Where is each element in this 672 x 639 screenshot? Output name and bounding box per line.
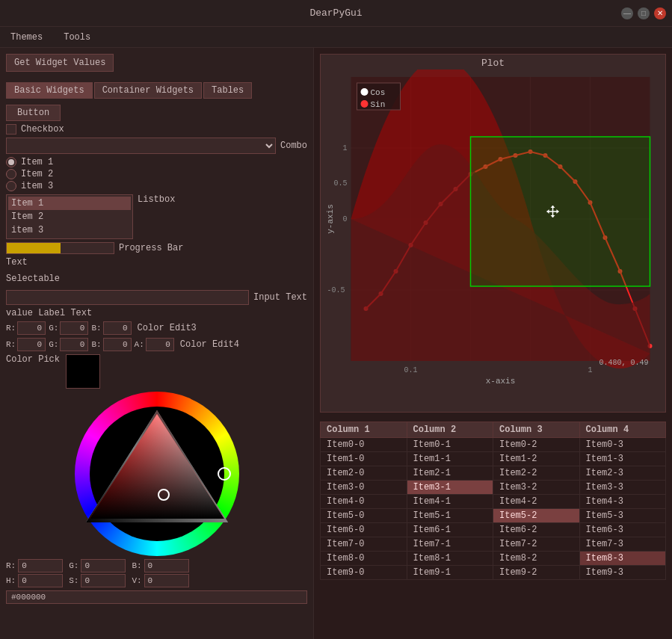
get-widget-values-button[interactable]: Get Widget Values (6, 54, 114, 72)
table-cell-7-0[interactable]: Item7-0 (321, 537, 407, 552)
table-cell-3-2[interactable]: Item3-2 (493, 481, 580, 495)
table-row[interactable]: Item1-0Item1-1Item1-2Item1-3 (321, 452, 666, 466)
menu-themes[interactable]: Themes (6, 31, 47, 44)
button-widget[interactable]: Button (6, 105, 61, 121)
table-cell-8-0[interactable]: Item8-0 (321, 552, 407, 566)
rgb-g-input[interactable] (81, 559, 126, 572)
color-pick-row: Color Pick (6, 354, 307, 389)
listbox-item-2[interactable]: Item 2 (8, 210, 131, 223)
col-header-2[interactable]: Column 2 (407, 422, 493, 438)
table-cell-6-2[interactable]: Item6-2 (493, 523, 580, 537)
table-row[interactable]: Item0-0Item0-1Item0-2Item0-3 (321, 438, 666, 452)
table-cell-3-0[interactable]: Item3-0 (321, 481, 407, 495)
table-cell-7-2[interactable]: Item7-2 (493, 537, 580, 552)
table-cell-2-1[interactable]: Item2-1 (407, 466, 493, 481)
table-cell-3-3[interactable]: Item3-3 (579, 481, 666, 495)
color-edit4-a[interactable] (146, 338, 174, 351)
table-row[interactable]: Item7-0Item7-1Item7-2Item7-3 (321, 537, 666, 552)
table-cell-1-1[interactable]: Item1-1 (407, 452, 493, 466)
table-row[interactable]: Item3-0Item3-1Item3-2Item3-3 (321, 481, 666, 495)
hsv-h-input[interactable] (18, 574, 63, 587)
table-cell-1-0[interactable]: Item1-0 (321, 452, 407, 466)
table-cell-5-3[interactable]: Item5-3 (579, 509, 666, 523)
radio-circle-2[interactable] (6, 169, 16, 179)
table-cell-5-2[interactable]: Item5-2 (493, 509, 580, 523)
hex-input[interactable] (6, 590, 307, 604)
table-cell-8-3[interactable]: Item8-3 (579, 552, 666, 566)
table-cell-0-2[interactable]: Item0-2 (493, 438, 580, 452)
color-edit3-g[interactable] (60, 321, 88, 335)
table-row[interactable]: Item9-0Item9-1Item9-2Item9-3 (321, 566, 666, 580)
table-cell-2-3[interactable]: Item2-3 (579, 466, 666, 481)
rgb-b-input[interactable] (144, 559, 189, 572)
plot-svg[interactable]: x-axis y-axis 1 0 -0.5 0.5 0.1 1 0.480, … (321, 70, 665, 398)
input-text-field[interactable] (6, 290, 249, 305)
radio-circle-3[interactable] (6, 181, 16, 191)
radio-item-2[interactable]: Item 2 (6, 169, 307, 179)
table-cell-4-3[interactable]: Item4-3 (579, 495, 666, 509)
table-cell-1-2[interactable]: Item1-2 (493, 452, 580, 466)
combo-select[interactable] (6, 138, 276, 154)
table-cell-7-3[interactable]: Item7-3 (579, 537, 666, 552)
checkbox-widget[interactable]: Checkbox (6, 124, 307, 135)
maximize-button[interactable]: □ (638, 7, 650, 19)
table-cell-4-2[interactable]: Item4-2 (493, 495, 580, 509)
listbox-item-3[interactable]: item 3 (8, 223, 131, 237)
listbox[interactable]: Item 1 Item 2 item 3 (6, 194, 133, 239)
color-edit3-b[interactable] (103, 321, 132, 335)
table-cell-6-1[interactable]: Item6-1 (407, 523, 493, 537)
table-row[interactable]: Item6-0Item6-1Item6-2Item6-3 (321, 523, 666, 537)
color-edit4-r[interactable] (17, 338, 46, 351)
svg-text:0.480, 0.49: 0.480, 0.49 (599, 359, 648, 367)
table-cell-0-0[interactable]: Item0-0 (321, 438, 407, 452)
close-button[interactable]: ✕ (654, 7, 666, 19)
minimize-button[interactable]: — (621, 7, 633, 19)
table-cell-5-1[interactable]: Item5-1 (407, 509, 493, 523)
menu-tools[interactable]: Tools (59, 31, 95, 44)
table-cell-9-3[interactable]: Item9-3 (579, 566, 666, 580)
table-cell-9-1[interactable]: Item9-1 (407, 566, 493, 580)
table-cell-8-1[interactable]: Item8-1 (407, 552, 493, 566)
table-cell-1-3[interactable]: Item1-3 (579, 452, 666, 466)
tab-tables[interactable]: Tables (203, 82, 252, 99)
hsv-v-input[interactable] (144, 574, 189, 587)
table-cell-2-2[interactable]: Item2-2 (493, 466, 580, 481)
selectable-label[interactable]: Selectable (6, 274, 60, 284)
col-header-1[interactable]: Column 1 (321, 422, 407, 438)
color-edit4-b[interactable] (103, 338, 132, 351)
table-cell-4-1[interactable]: Item4-1 (407, 495, 493, 509)
table-cell-6-3[interactable]: Item6-3 (579, 523, 666, 537)
table-cell-7-1[interactable]: Item7-1 (407, 537, 493, 552)
table-cell-5-0[interactable]: Item5-0 (321, 509, 407, 523)
radio-item-1[interactable]: Item 1 (6, 157, 307, 167)
radio-circle-1[interactable] (6, 157, 16, 167)
table-cell-2-0[interactable]: Item2-0 (321, 466, 407, 481)
table-cell-4-0[interactable]: Item4-0 (321, 495, 407, 509)
table-cell-0-1[interactable]: Item0-1 (407, 438, 493, 452)
color-edit4-g[interactable] (60, 338, 88, 351)
tab-container-widgets[interactable]: Container Widgets (94, 82, 202, 99)
rgb-r-input[interactable] (18, 559, 63, 572)
table-row[interactable]: Item5-0Item5-1Item5-2Item5-3 (321, 509, 666, 523)
radio-item-3[interactable]: item 3 (6, 181, 307, 191)
table-cell-9-0[interactable]: Item9-0 (321, 566, 407, 580)
table-row[interactable]: Item8-0Item8-1Item8-2Item8-3 (321, 552, 666, 566)
table-cell-0-3[interactable]: Item0-3 (579, 438, 666, 452)
table-cell-6-0[interactable]: Item6-0 (321, 523, 407, 537)
table-cell-9-2[interactable]: Item9-2 (493, 566, 580, 580)
table-row[interactable]: Item2-0Item2-1Item2-2Item2-3 (321, 466, 666, 481)
col-header-3[interactable]: Column 3 (493, 422, 580, 438)
color-wheel-container[interactable] (52, 392, 262, 556)
table-cell-3-1[interactable]: Item3-1 (407, 481, 493, 495)
tab-basic-widgets[interactable]: Basic Widgets (6, 82, 93, 99)
hsv-s-input[interactable] (81, 574, 126, 587)
table-cell-8-2[interactable]: Item8-2 (493, 552, 580, 566)
listbox-item-1[interactable]: Item 1 (8, 197, 131, 210)
col-header-4[interactable]: Column 4 (579, 422, 666, 438)
checkbox-box[interactable] (6, 124, 16, 135)
color-edit3-r[interactable] (17, 321, 46, 335)
color-preview[interactable] (66, 354, 100, 389)
plot-inner[interactable]: Plot (320, 54, 666, 413)
color-wheel-svg[interactable] (75, 392, 239, 556)
table-row[interactable]: Item4-0Item4-1Item4-2Item4-3 (321, 495, 666, 509)
